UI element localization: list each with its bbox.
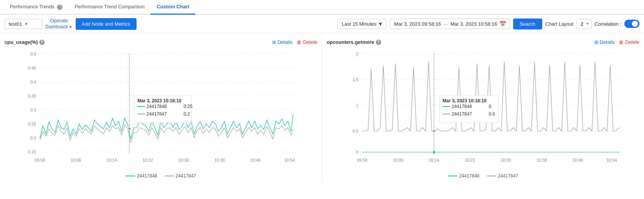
svg-text:0.5: 0.5 <box>30 52 36 56</box>
svg-text:10:30: 10:30 <box>501 158 511 162</box>
svg-text:2: 2 <box>356 52 358 56</box>
dashboard-text: Dashboard <box>45 24 68 29</box>
chevron-down-icon: ▼ <box>69 25 73 29</box>
delete-icon: 🗑 <box>297 40 301 45</box>
svg-text:Mar 3, 2023 10:18:10: Mar 3, 2023 10:18:10 <box>443 98 487 103</box>
chart-legend-opc: 24417848 24417847 <box>327 173 639 179</box>
svg-text:10:14: 10:14 <box>429 158 439 162</box>
chart-header: cpu_usage(%) ? ⊞ Details 🗑 Delete <box>5 39 317 45</box>
tab-performance-trends[interactable]: Performance Trends ? <box>4 0 68 15</box>
chart-panel-opcounters: opcounters.getmore ? ⊞ Details 🗑 Delete <box>322 36 644 182</box>
chevron-down-icon: ▼ <box>378 21 383 27</box>
legend-color-teal <box>448 176 457 176</box>
chart-title: opcounters.getmore ? <box>327 39 381 45</box>
chart-title-text: opcounters.getmore <box>327 39 374 45</box>
chart-legend: 24417848 24417847 <box>5 173 317 179</box>
svg-text:10:30: 10:30 <box>178 158 189 162</box>
delete-label: Delete <box>303 39 317 45</box>
svg-text:10:46: 10:46 <box>573 158 583 162</box>
svg-text:0: 0 <box>356 150 358 154</box>
help-icon[interactable]: ? <box>57 5 62 10</box>
toolbar: test01 ▼ Operate Dashboard ▼ Add Node an… <box>0 15 644 33</box>
node-select-value: test01 <box>9 21 22 27</box>
svg-text:0.2: 0.2 <box>30 136 36 140</box>
tab-performance-trend-comparison[interactable]: Performance Trend Comparison <box>68 0 151 15</box>
opcounters-chart: 2 1.5 1 0.5 0 09:58 10:06 10:14 10:22 10… <box>327 46 639 171</box>
svg-text:09:58: 09:58 <box>35 158 45 162</box>
svg-text:0.2: 0.2 <box>184 111 190 117</box>
chart-title-text: cpu_usage(%) <box>5 39 38 45</box>
svg-text:1: 1 <box>356 103 358 108</box>
chart-actions: ⊞ Details 🗑 Delete <box>594 39 639 45</box>
calendar-icon[interactable]: 📅 <box>500 21 506 27</box>
legend-label: 24417847 <box>176 173 196 179</box>
dashboard-label: Dashboard ▼ <box>45 24 73 30</box>
details-button[interactable]: ⊞ Details <box>594 39 615 45</box>
chart-panel-cpu-usage: cpu_usage(%) ? ⊞ Details 🗑 Delete <box>0 36 322 182</box>
legend-color-teal <box>126 176 135 176</box>
date-preset-value: Last 15 Minutes <box>342 21 377 27</box>
chart-layout-wrapper: 2 1 3 <box>576 19 591 29</box>
tab-label: Performance Trend Comparison <box>74 4 144 9</box>
svg-text:0.6: 0.6 <box>489 111 495 117</box>
svg-text:0.25: 0.25 <box>184 104 193 109</box>
svg-point-25 <box>128 127 131 130</box>
svg-text:10:22: 10:22 <box>465 158 475 162</box>
delete-button[interactable]: 🗑 Delete <box>297 39 317 45</box>
date-to: Mar 3, 2023 10:58:16 <box>450 21 497 27</box>
svg-text:24417848: 24417848 <box>452 104 472 109</box>
svg-text:10:54: 10:54 <box>607 158 617 162</box>
legend-item-gray: 24417847 <box>487 173 518 179</box>
svg-text:10:06: 10:06 <box>71 158 81 162</box>
chart-header: opcounters.getmore ? ⊞ Details 🗑 Delete <box>327 39 639 45</box>
svg-text:0.5: 0.5 <box>352 129 358 133</box>
date-from: Mar 3, 2023 09:58:16 <box>394 21 441 27</box>
legend-item-teal: 24417848 <box>448 173 479 179</box>
svg-text:0: 0 <box>489 104 492 109</box>
svg-text:24417847: 24417847 <box>147 111 167 117</box>
tab-custom-chart[interactable]: Custom Chart <box>151 0 195 15</box>
legend-label: 24417848 <box>137 173 157 179</box>
operate-label: Operate <box>50 18 68 24</box>
delete-label: Delete <box>625 39 639 45</box>
details-label: Details <box>600 39 615 45</box>
chart-actions: ⊞ Details 🗑 Delete <box>272 39 317 45</box>
correlation-toggle[interactable] <box>624 20 639 28</box>
svg-text:24417847: 24417847 <box>452 111 472 117</box>
search-button[interactable]: Search <box>513 19 542 29</box>
svg-text:10:14: 10:14 <box>107 158 117 162</box>
chevron-down-icon: ▼ <box>24 22 28 26</box>
svg-text:10:54: 10:54 <box>284 158 295 162</box>
charts-area: cpu_usage(%) ? ⊞ Details 🗑 Delete <box>0 33 644 182</box>
legend-item-gray: 24417847 <box>165 173 196 179</box>
cpu-usage-chart: 0.5 0.45 0.4 0.35 0.3 0.25 0.2 0.15 09:5… <box>5 46 317 171</box>
svg-point-54 <box>433 151 436 154</box>
date-range-picker[interactable]: Mar 3, 2023 09:58:16 — Mar 3, 2023 10:58… <box>390 19 510 29</box>
tabs-bar: Performance Trends ? Performance Trend C… <box>0 0 644 15</box>
svg-text:0.4: 0.4 <box>30 80 36 84</box>
delete-button[interactable]: 🗑 Delete <box>619 39 639 45</box>
toggle-slider <box>624 20 639 28</box>
date-preset-select[interactable]: Last 15 Minutes ▼ <box>338 19 387 29</box>
legend-color-gray <box>487 176 496 176</box>
chart-layout-label: Chart Layout <box>545 21 573 27</box>
chart-svg-wrapper-opcounters: 2 1.5 1 0.5 0 09:58 10:06 10:14 10:22 10… <box>327 46 639 171</box>
svg-text:0.15: 0.15 <box>28 150 36 154</box>
svg-text:10:38: 10:38 <box>214 158 225 162</box>
details-label: Details <box>278 39 293 45</box>
svg-text:09:58: 09:58 <box>357 158 368 162</box>
chart-layout-select[interactable]: 2 1 3 <box>576 19 591 29</box>
details-button[interactable]: ⊞ Details <box>272 39 293 45</box>
add-node-button[interactable]: Add Node and Metrics <box>76 18 137 30</box>
svg-text:10:38: 10:38 <box>537 158 547 162</box>
help-icon[interactable]: ? <box>376 40 381 45</box>
svg-text:10:06: 10:06 <box>393 158 403 162</box>
svg-text:10:46: 10:46 <box>250 158 261 162</box>
help-icon[interactable]: ? <box>39 40 45 45</box>
node-select[interactable]: test01 ▼ <box>5 19 42 29</box>
tab-label: Performance Trends <box>10 4 54 9</box>
operate-dashboard-button[interactable]: Operate Dashboard ▼ <box>45 18 73 30</box>
date-separator: — <box>443 21 448 27</box>
toolbar-right: Last 15 Minutes ▼ Mar 3, 2023 09:58:16 —… <box>338 19 639 29</box>
details-icon: ⊞ <box>594 40 598 45</box>
